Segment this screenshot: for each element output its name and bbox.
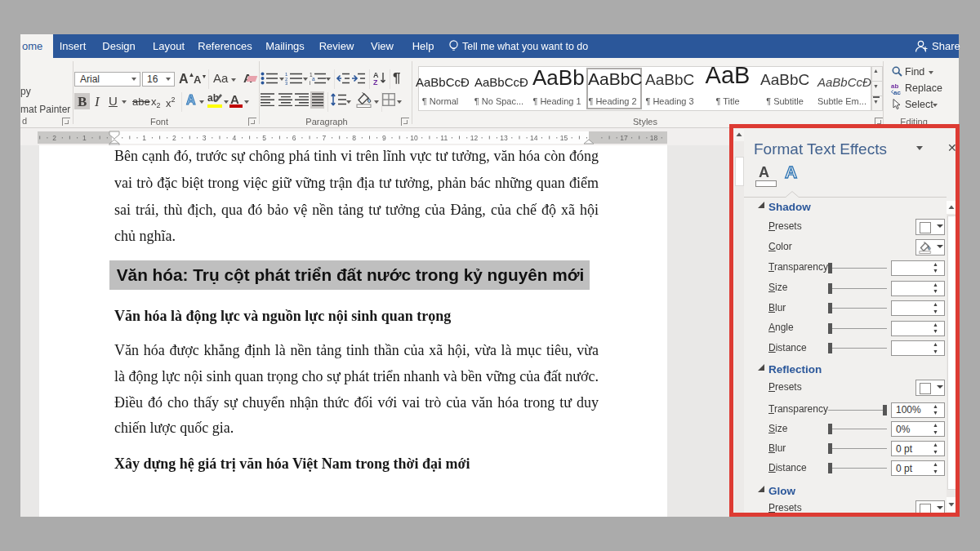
svg-text:13: 13 (500, 134, 508, 142)
svg-text:4: 4 (232, 134, 236, 142)
svg-text:a: a (312, 76, 315, 82)
svg-text:3: 3 (285, 81, 288, 85)
svg-text:12: 12 (470, 134, 479, 142)
svg-text:2: 2 (172, 134, 176, 142)
svg-text:1: 1 (82, 134, 87, 142)
svg-text:3: 3 (203, 134, 207, 142)
svg-text:14: 14 (530, 134, 538, 142)
svg-text:ac: ac (893, 89, 901, 95)
svg-text:1: 1 (142, 134, 146, 142)
svg-text:i: i (310, 80, 310, 85)
svg-text:5: 5 (262, 134, 266, 142)
svg-text:9: 9 (382, 134, 386, 142)
svg-text:Z: Z (373, 78, 378, 85)
svg-text:6: 6 (292, 134, 296, 142)
svg-text:15: 15 (560, 134, 568, 142)
svg-text:2: 2 (52, 134, 56, 142)
svg-text:17: 17 (620, 134, 628, 142)
svg-text:18: 18 (650, 134, 658, 142)
svg-text:7: 7 (323, 134, 327, 142)
svg-text:11: 11 (440, 134, 448, 142)
svg-text:8: 8 (352, 134, 356, 142)
svg-text:10: 10 (410, 134, 418, 142)
